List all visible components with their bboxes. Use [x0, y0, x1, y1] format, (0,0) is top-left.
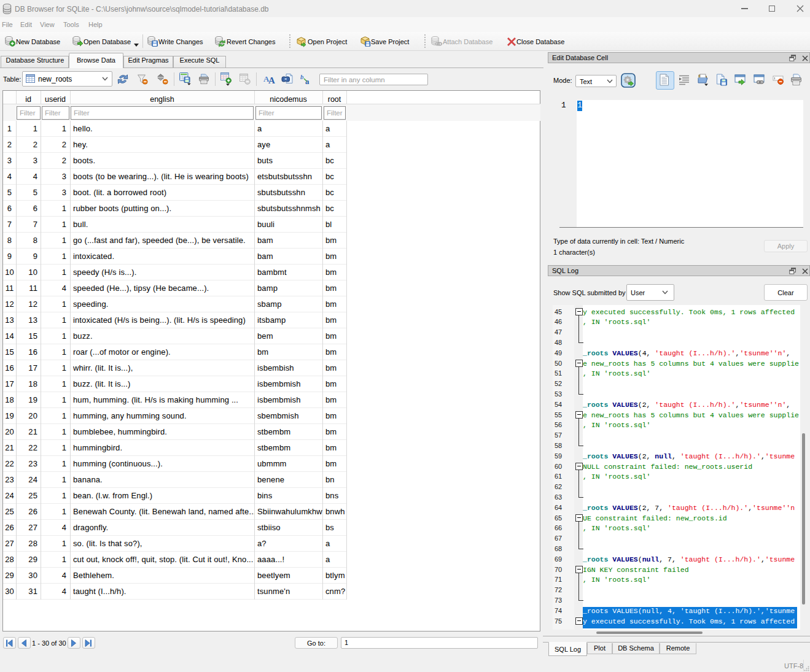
svg-text:A: A	[268, 75, 275, 85]
svg-text:b: b	[300, 74, 304, 80]
svg-text:a: a	[305, 77, 310, 85]
